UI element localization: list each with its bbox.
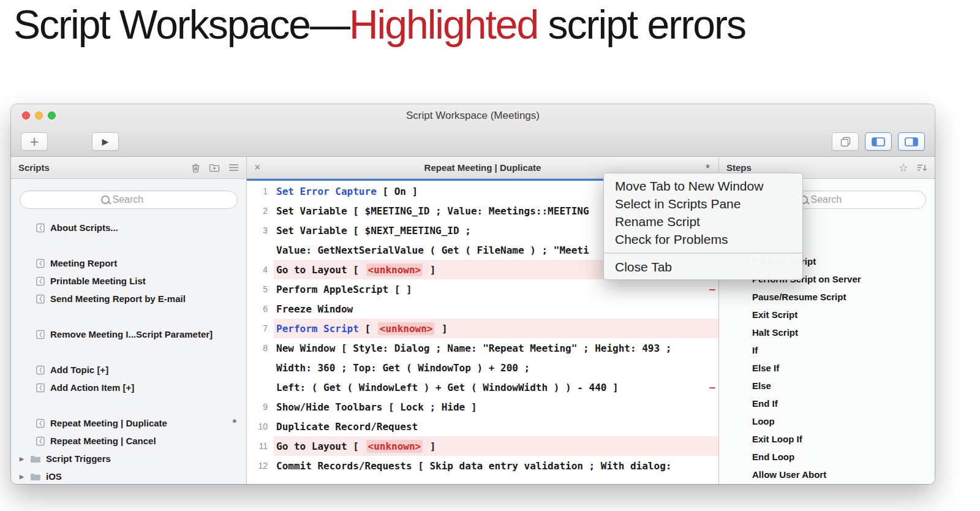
script-line-continuation[interactable]: Left: ( Get ( WindowLeft ) + Get ( Windo… [247,377,718,397]
disclosure-triangle-icon[interactable]: ▶ [20,456,26,462]
scripts-list-item-printable-meeting-list[interactable]: Printable Meeting List [11,272,246,290]
script-icon [36,276,45,286]
script-line-12[interactable]: 12Commit Records/Requests [ Skip data en… [247,456,718,475]
line-text: Width: 360 ; Top: Get ( WindowTop ) + 20… [274,358,718,377]
script-icon [36,294,45,304]
steps-list-item-end-if[interactable]: End If [719,395,935,412]
menu-item-rename-script[interactable]: Rename Script [604,213,802,230]
code-segment: Width: 360 ; Top: Get ( WindowTop ) + 20… [276,362,530,374]
list-gap [11,396,246,414]
script-name: About Scripts... [50,222,118,233]
error-token: <unknown> [366,263,423,276]
line-number: 9 [247,397,274,417]
list-options-icon[interactable] [228,164,239,172]
run-script-button[interactable]: ▶ [92,132,119,151]
script-line-11[interactable]: 11Go to Layout [ <unknown> ] [247,436,718,456]
code-segment: Left: ( Get ( WindowLeft ) + Get ( Windo… [276,382,619,393]
line-text: Perform Script [ <unknown> ] [274,319,718,338]
new-folder-icon[interactable] [209,163,220,172]
menu-item-select-in-scripts-pane[interactable]: Select in Scripts Pane [604,195,802,213]
script-line-10[interactable]: 10Duplicate Record/Request [247,417,718,436]
minimize-window-button[interactable] [35,112,43,119]
menu-item-close-tab[interactable]: Close Tab [604,258,802,276]
steps-list-item-exit-loop-if[interactable]: Exit Loop If [719,430,935,448]
line-number: 1 [247,181,274,201]
plus-icon: + [30,134,39,150]
script-name: Remove Meeting I...Script Parameter] [50,329,213,339]
line-number: 5 [247,279,274,299]
scripts-folder-item-script-triggers[interactable]: ▶Script Triggers [11,450,246,467]
copy-icon [840,137,851,147]
steps-list-item-end-loop[interactable]: End Loop [719,448,935,466]
line-text: Freeze Window [274,299,718,319]
tab-context-menu: Move Tab to New WindowSelect in Scripts … [603,173,803,280]
step-keyword: Set Error Capture [276,186,377,197]
steps-header-icons: ☆ [899,162,927,173]
toggle-scripts-pane-button[interactable] [865,132,892,151]
scripts-folder-item-ios[interactable]: ▶iOS [11,467,246,484]
delete-script-icon[interactable] [191,163,200,173]
steps-list-item-pause-resume-script[interactable]: Pause/Resume Script [719,288,935,306]
scripts-list: About Scripts...Meeting ReportPrintable … [11,219,246,484]
line-text: Left: ( Get ( WindowLeft ) + Get ( Windo… [274,377,718,397]
close-window-button[interactable] [22,112,30,119]
line-number [247,358,274,377]
sort-icon[interactable] [917,164,927,172]
scripts-list-item-repeat-meeting-duplicate[interactable]: Repeat Meeting | Duplicate* [11,414,246,432]
steps-list-item-halt-script[interactable]: Halt Script [719,324,935,341]
scripts-list-item-remove-meeting-i-script-parameter[interactable]: Remove Meeting I...Script Parameter] [11,325,246,343]
code-segment: ] [424,441,435,452]
code-segment: Go to Layout [ [276,441,365,452]
title-suffix: script errors [538,2,745,47]
new-script-button[interactable]: + [21,132,48,151]
disclosure-triangle-icon[interactable]: ▶ [20,474,26,480]
scripts-list-item-meeting-report[interactable]: Meeting Report [11,254,246,272]
list-gap [11,343,246,361]
scripts-search-input[interactable] [113,194,157,205]
steps-list-item-allow-user-abort[interactable]: Allow User Abort [719,466,935,483]
script-line-continuation[interactable]: Width: 360 ; Top: Get ( WindowTop ) + 20… [247,358,718,377]
duplicate-button[interactable] [832,132,859,151]
scripts-list-item-add-topic[interactable]: Add Topic [+] [11,361,246,379]
line-number: 4 [247,260,274,279]
folder-icon [30,455,41,463]
close-tab-icon[interactable]: × [254,157,261,178]
toolbar: + ▶ [11,127,935,156]
script-name: Add Topic [+] [50,365,108,375]
title-prefix: Script Workspace [13,2,310,47]
script-line-7[interactable]: 7Perform Script [ <unknown> ] [247,319,718,338]
line-text: New Window [ Style: Dialog ; Name: "Repe… [274,338,718,358]
steps-list-item-if[interactable]: If [719,341,935,359]
scripts-list-item-add-action-item[interactable]: Add Action Item [+] [11,379,246,396]
steps-search-input[interactable] [811,194,855,205]
window-titlebar[interactable]: Script Workspace (Meetings) [11,104,935,127]
script-name: Meeting Report [50,258,117,268]
menu-item-check-for-problems[interactable]: Check for Problems [604,230,802,248]
script-line-8[interactable]: 8New Window [ Style: Dialog ; Name: "Rep… [247,338,718,358]
fullscreen-window-button[interactable] [48,112,56,119]
code-segment: Commit Records/Requests [ Skip data entr… [276,460,671,472]
toggle-steps-pane-button[interactable] [898,132,925,151]
favorites-star-icon[interactable]: ☆ [899,162,908,173]
scripts-header-icons [191,163,239,173]
steps-list-item-loop[interactable]: Loop [719,412,935,430]
code-segment: New Window [ Style: Dialog ; Name: "Repe… [276,343,671,354]
line-number: 12 [247,456,274,475]
menu-item-move-tab-to-new-window[interactable]: Move Tab to New Window [604,177,802,195]
script-workspace-window: Script Workspace (Meetings) + ▶ [11,104,935,484]
code-segment: Go to Layout [ [276,264,365,276]
script-line-5[interactable]: 5Perform AppleScript [ ]— [247,279,718,299]
scripts-list-item-repeat-meeting-cancel[interactable]: Repeat Meeting | Cancel [11,432,246,450]
script-line-9[interactable]: 9Show/Hide Toolbars [ Lock ; Hide ] [247,397,718,417]
scripts-list-item-send-meeting-report-by-e-mail[interactable]: Send Meeting Report by E-mail [11,290,246,308]
code-segment: [ [359,323,377,335]
script-icon [36,223,45,233]
script-line-6[interactable]: 6Freeze Window [247,299,718,319]
line-number: 11 [247,436,274,456]
line-number: 3 [247,221,274,240]
scripts-list-item-about-scripts[interactable]: About Scripts... [11,219,246,237]
scripts-search-field[interactable] [20,191,238,209]
steps-list-item-else-if[interactable]: Else If [719,359,935,377]
steps-list-item-exit-script[interactable]: Exit Script [719,306,935,324]
steps-list-item-else[interactable]: Else [719,377,935,395]
